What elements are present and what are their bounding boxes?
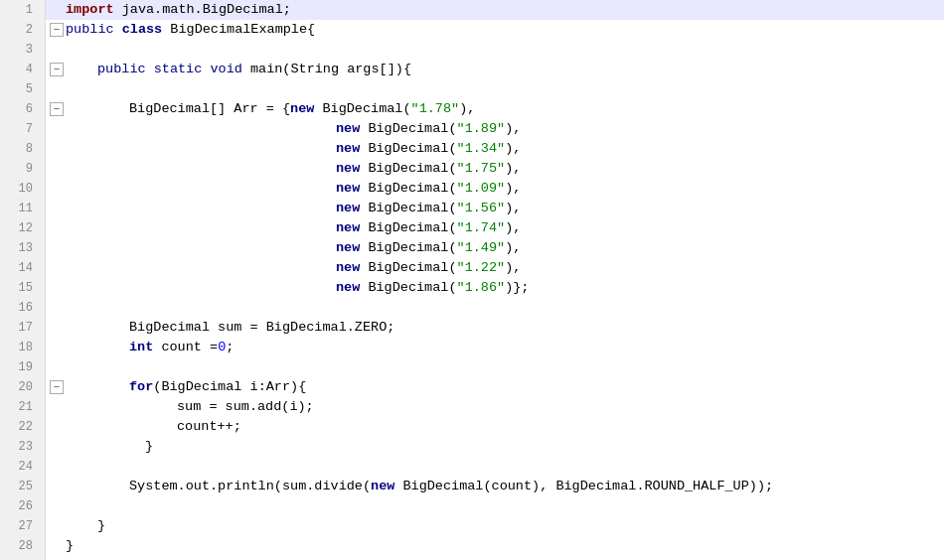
code-line-23: } bbox=[46, 437, 944, 457]
line-num-25: 25 bbox=[0, 477, 39, 496]
line-num-1: 1 bbox=[0, 0, 39, 20]
line-num-14: 14 bbox=[0, 258, 39, 278]
code-line-24 bbox=[46, 457, 944, 477]
code-line-12: new BigDecimal( "1.74" ), bbox=[46, 218, 944, 238]
line-num-16: 16 bbox=[0, 298, 39, 318]
code-line-6: − BigDecimal[] Arr = { new BigDecimal( "… bbox=[46, 99, 944, 119]
fold-marker-6[interactable]: − bbox=[50, 102, 64, 116]
line-num-21: 21 bbox=[0, 397, 39, 417]
code-line-10: new BigDecimal( "1.09" ), bbox=[46, 179, 944, 199]
line-num-27: 27 bbox=[0, 516, 39, 536]
line-num-19: 19 bbox=[0, 357, 39, 377]
code-line-2: − public class BigDecimalExample{ bbox=[46, 20, 944, 40]
code-editor: 1 2 3 4 5 6 7 8 9 10 11 12 13 14 15 16 1… bbox=[0, 0, 944, 560]
fold-marker-2[interactable]: − bbox=[50, 23, 64, 37]
code-line-3 bbox=[46, 40, 944, 60]
line-num-20: 20 bbox=[0, 377, 39, 397]
line-num-23: 23 bbox=[0, 437, 39, 457]
code-line-25: System.out.println(sum.divide( new BigDe… bbox=[46, 477, 944, 496]
code-line-28: } bbox=[46, 536, 944, 556]
code-line-22: count++; bbox=[46, 417, 944, 437]
code-line-18: int count = 0 ; bbox=[46, 338, 944, 357]
code-line-5 bbox=[46, 79, 944, 99]
code-line-13: new BigDecimal( "1.49" ), bbox=[46, 238, 944, 258]
code-line-7: new BigDecimal( "1.89" ), bbox=[46, 119, 944, 139]
token-import: import bbox=[66, 0, 114, 20]
code-line-15: new BigDecimal( "1.86" )}; bbox=[46, 278, 944, 298]
line-num-2: 2 bbox=[0, 20, 39, 40]
line-num-13: 13 bbox=[0, 238, 39, 258]
code-line-27: } bbox=[46, 516, 944, 536]
line-num-10: 10 bbox=[0, 179, 39, 199]
fold-marker-20[interactable]: − bbox=[50, 380, 64, 394]
line-num-5: 5 bbox=[0, 79, 39, 99]
line-num-18: 18 bbox=[0, 338, 39, 357]
code-line-4: − public static void main(String args[])… bbox=[46, 60, 944, 79]
line-num-15: 15 bbox=[0, 278, 39, 298]
code-line-19 bbox=[46, 357, 944, 377]
line-num-24: 24 bbox=[0, 457, 39, 477]
line-num-26: 26 bbox=[0, 496, 39, 516]
code-line-20: − for (BigDecimal i:Arr){ bbox=[46, 377, 944, 397]
line-num-22: 22 bbox=[0, 417, 39, 437]
line-num-17: 17 bbox=[0, 318, 39, 338]
code-line-14: new BigDecimal( "1.22" ), bbox=[46, 258, 944, 278]
code-line-16 bbox=[46, 298, 944, 318]
code-line-1: import java.math.BigDecimal; bbox=[46, 0, 944, 20]
code-line-21: sum = sum.add(i); bbox=[46, 397, 944, 417]
line-num-9: 9 bbox=[0, 159, 39, 179]
line-num-6: 6 bbox=[0, 99, 39, 119]
fold-marker-4[interactable]: − bbox=[50, 63, 64, 76]
code-line-9: new BigDecimal( "1.75" ), bbox=[46, 159, 944, 179]
code-content: import java.math.BigDecimal; − public cl… bbox=[46, 0, 944, 560]
code-line-26 bbox=[46, 496, 944, 516]
code-line-8: new BigDecimal( "1.34" ), bbox=[46, 139, 944, 159]
code-line-11: new BigDecimal( "1.56" ), bbox=[46, 199, 944, 218]
line-num-12: 12 bbox=[0, 218, 39, 238]
line-num-28: 28 bbox=[0, 536, 39, 556]
line-numbers: 1 2 3 4 5 6 7 8 9 10 11 12 13 14 15 16 1… bbox=[0, 0, 46, 560]
line-num-8: 8 bbox=[0, 139, 39, 159]
line-num-7: 7 bbox=[0, 119, 39, 139]
line-num-4: 4 bbox=[0, 60, 39, 79]
line-num-3: 3 bbox=[0, 40, 39, 60]
code-line-17: BigDecimal sum = BigDecimal.ZERO; bbox=[46, 318, 944, 338]
line-num-11: 11 bbox=[0, 199, 39, 218]
